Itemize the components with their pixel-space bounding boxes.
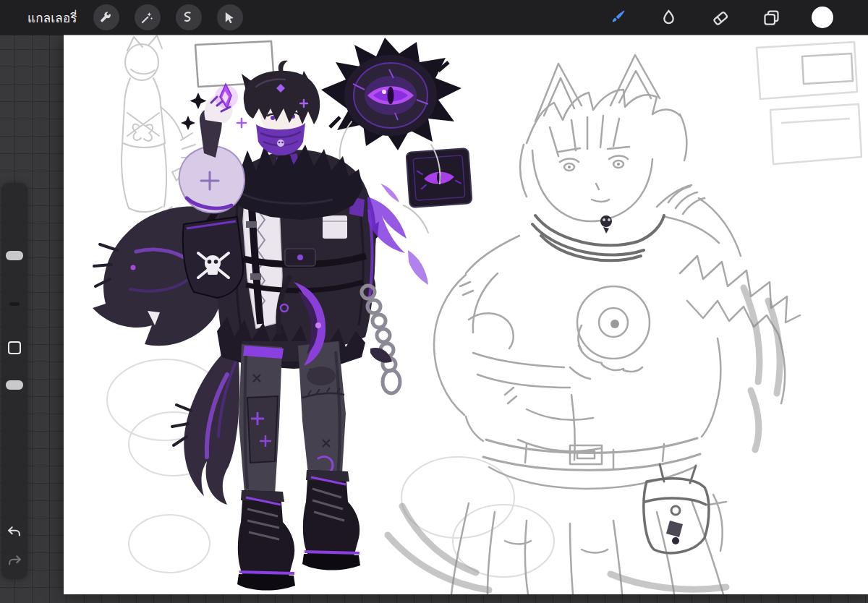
redo-arrow-icon <box>7 553 22 569</box>
chain <box>362 286 400 393</box>
color-swatch[interactable] <box>812 7 833 28</box>
selection-s-icon <box>181 10 196 25</box>
smudge-tool-button[interactable] <box>658 7 679 28</box>
left-tool-group <box>93 4 243 30</box>
selection-button[interactable] <box>176 4 202 30</box>
paint-tool-button[interactable] <box>606 7 628 28</box>
canvas[interactable] <box>64 35 868 594</box>
magic-wand-icon <box>140 10 155 25</box>
redo-button[interactable] <box>7 553 22 569</box>
erase-tool-button[interactable] <box>709 7 731 28</box>
demon-eye-emblem <box>321 38 461 150</box>
procreate-app: แกลเลอรี่ <box>0 0 868 603</box>
top-toolbar: แกลเลอรี่ <box>0 0 868 35</box>
paintbrush-icon <box>608 8 627 27</box>
sketch-panels-top-right <box>757 42 861 164</box>
opacity-slider[interactable] <box>6 380 23 390</box>
undo-button[interactable] <box>7 524 22 540</box>
rough-sketch-figure <box>434 55 800 594</box>
undo-arrow-icon <box>7 524 22 540</box>
workspace-background <box>0 0 868 603</box>
rough-sketch-bold-lines <box>532 215 709 553</box>
demon-eye-patch <box>406 148 472 208</box>
slider-dash <box>9 302 20 306</box>
transform-button[interactable] <box>217 4 243 30</box>
modify-button[interactable] <box>8 341 21 354</box>
right-tool-group <box>606 7 833 28</box>
main-character <box>93 61 428 591</box>
eraser-icon <box>710 8 730 27</box>
brush-size-slider[interactable] <box>6 251 23 260</box>
smudge-finger-icon <box>659 8 678 27</box>
wrench-icon <box>98 10 114 25</box>
adjustments-button[interactable] <box>135 4 161 30</box>
actions-button[interactable] <box>93 4 119 30</box>
gallery-button[interactable]: แกลเลอรี่ <box>27 8 77 27</box>
canvas-artwork <box>64 35 868 594</box>
side-toolbar <box>1 183 27 579</box>
sketch-dark-details <box>600 215 683 544</box>
layers-button[interactable] <box>760 7 782 28</box>
layers-icon <box>762 8 781 27</box>
cursor-arrow-icon <box>222 10 237 25</box>
